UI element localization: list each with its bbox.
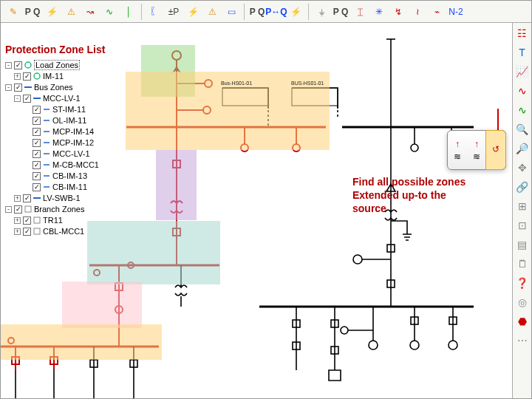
expander-icon[interactable]: - <box>5 206 12 213</box>
zoom-out-icon[interactable]: 🔎 <box>515 141 530 156</box>
wave-icon[interactable]: ∿ <box>100 3 118 21</box>
checkbox[interactable] <box>14 61 22 69</box>
expander-icon[interactable]: + <box>14 217 21 224</box>
tree-item[interactable]: CB-IM-13 <box>23 171 122 181</box>
curve2-icon[interactable]: ∿ <box>515 83 530 98</box>
motor-start-icon[interactable]: ↝ <box>81 3 99 21</box>
more-icon[interactable]: ⋯ <box>515 333 530 348</box>
warning-icon[interactable]: ⚠ <box>62 3 80 21</box>
pq2-icon[interactable]: P Q <box>248 3 266 21</box>
tree-item[interactable]: -Branch Zones <box>5 204 122 214</box>
ground-icon[interactable]: ⏚ <box>313 3 330 21</box>
tree-item[interactable]: MCP-IM-12 <box>23 137 122 148</box>
circle-icon <box>33 72 41 81</box>
curve-icon[interactable]: ≀ <box>409 3 426 21</box>
tree-item[interactable]: M-CB-MCC1 <box>23 160 122 170</box>
leaf-icon <box>42 116 51 125</box>
help-icon[interactable]: ❓ <box>515 276 530 290</box>
expander-icon[interactable]: + <box>14 73 21 80</box>
expander-icon[interactable]: - <box>14 95 21 102</box>
tree-item[interactable]: +LV-SWB-1 <box>14 193 122 203</box>
checkbox[interactable] <box>33 128 41 136</box>
checkbox[interactable] <box>23 216 31 225</box>
tree-label: CB-IM-11 <box>52 183 87 191</box>
label-icon[interactable]: ⊡ <box>515 218 530 233</box>
checkbox[interactable] <box>23 95 31 103</box>
warning2-icon[interactable]: ⚠ <box>203 3 221 21</box>
diagram-canvas[interactable]: Bus-HS01-01 BUS-HS01-01 <box>1 23 512 398</box>
toolbar-separator <box>244 4 245 20</box>
link-icon[interactable]: 🔗 <box>515 180 530 194</box>
pan-icon[interactable]: ✥ <box>515 160 530 175</box>
expander-icon[interactable]: + <box>14 195 21 202</box>
tree-item[interactable]: -MCC-LV-1 <box>14 93 122 103</box>
relay-icon[interactable]: ↯ <box>389 3 407 21</box>
line-icon[interactable]: │ <box>120 3 137 21</box>
tree-item[interactable]: MCC-LV-1 <box>23 149 122 159</box>
tree-label: Load Zones <box>34 60 80 70</box>
tree-item[interactable]: +CBL-MCC1 <box>14 226 122 236</box>
app-window: ✎P Q⚡⚠↝∿│〖±P⚡⚠▭P QP↔Q⚡⏚P Q⌶✳↯≀⌁N-2 ☷T📈∿∿… <box>0 0 532 399</box>
zoom-in-icon[interactable]: 🔍 <box>515 122 530 137</box>
text-icon[interactable]: T <box>515 45 530 60</box>
tree-item[interactable]: OL-IM-11 <box>23 115 122 126</box>
pq-icon[interactable]: P Q <box>24 3 41 21</box>
bus-label-right: BUS-HS01-01 <box>291 81 324 86</box>
bracket-icon[interactable]: 〖 <box>146 3 163 21</box>
table-icon[interactable]: ▤ <box>515 237 530 252</box>
checkbox[interactable] <box>23 72 31 81</box>
target-icon[interactable]: ◎ <box>515 295 530 310</box>
bolt3-icon[interactable]: ⚡ <box>287 3 304 21</box>
bus-label-left: Bus-HS01-01 <box>221 81 252 86</box>
tree-item[interactable]: ST-IM-11 <box>23 104 122 115</box>
svg-point-25 <box>369 341 378 349</box>
expander-icon[interactable]: - <box>5 62 12 69</box>
stop-icon[interactable]: ⬣ <box>515 314 530 329</box>
chart-icon[interactable]: ☷ <box>515 26 530 41</box>
note-icon[interactable]: 🗒 <box>515 256 530 271</box>
checkbox[interactable] <box>23 194 31 202</box>
tree-item[interactable]: MCP-IM-14 <box>23 126 122 137</box>
checkbox[interactable] <box>14 205 22 214</box>
zone-highlight-2 <box>156 150 197 220</box>
tree-item[interactable]: -Bus Zones <box>5 82 122 92</box>
tree-item[interactable]: +TR11 <box>14 215 122 225</box>
checkbox[interactable] <box>23 228 31 236</box>
checkbox[interactable] <box>33 161 41 169</box>
switchgear-icon[interactable]: ⌶ <box>351 3 369 21</box>
arrow-up-icon: ↺ <box>492 144 499 154</box>
checkbox[interactable] <box>33 150 41 158</box>
graph-icon[interactable]: 📈 <box>515 64 530 79</box>
battery-icon[interactable]: ▭ <box>222 3 240 21</box>
curve3-icon[interactable]: ∿ <box>515 103 530 117</box>
pqlr-icon[interactable]: P↔Q <box>267 3 285 21</box>
tag-icon[interactable]: ⊞ <box>515 199 530 214</box>
zone-mode-1[interactable]: ↑≋ <box>448 131 467 169</box>
tree-label: MCP-IM-12 <box>52 138 94 147</box>
right-toolbar: ☷T📈∿∿🔍🔎✥🔗⊞⊡▤🗒❓◎⬣⋯ <box>512 23 531 398</box>
checkbox[interactable] <box>14 83 22 92</box>
bolt-icon[interactable]: ⚡ <box>43 3 61 21</box>
zone-highlight-5 <box>1 324 162 360</box>
tree-item[interactable]: CB-IM-11 <box>23 182 122 192</box>
star-icon[interactable]: ✳ <box>370 3 388 21</box>
checkbox[interactable] <box>33 172 41 180</box>
plusminus-p-icon[interactable]: ±P <box>165 3 183 21</box>
checkbox[interactable] <box>33 183 41 191</box>
tree-item[interactable]: -Load Zones <box>5 60 122 70</box>
checkbox[interactable] <box>33 139 41 147</box>
n2-icon[interactable]: N-2 <box>447 3 465 21</box>
expander-icon[interactable]: - <box>5 84 12 91</box>
pq3-icon[interactable]: P Q <box>332 3 349 21</box>
leaf-icon <box>42 183 51 191</box>
tree-label: MCP-IM-14 <box>52 127 94 136</box>
transient-icon[interactable]: ⌁ <box>428 3 446 21</box>
pencil-icon[interactable]: ✎ <box>4 3 22 21</box>
zone-mode-extended[interactable]: ↺ <box>486 131 505 169</box>
expander-icon[interactable]: + <box>14 228 21 235</box>
zone-mode-2[interactable]: ↑≋ <box>467 131 486 169</box>
tree-item[interactable]: +IM-11 <box>14 71 122 81</box>
checkbox[interactable] <box>33 106 41 114</box>
bolt2-icon[interactable]: ⚡ <box>184 3 202 21</box>
checkbox[interactable] <box>33 117 41 125</box>
